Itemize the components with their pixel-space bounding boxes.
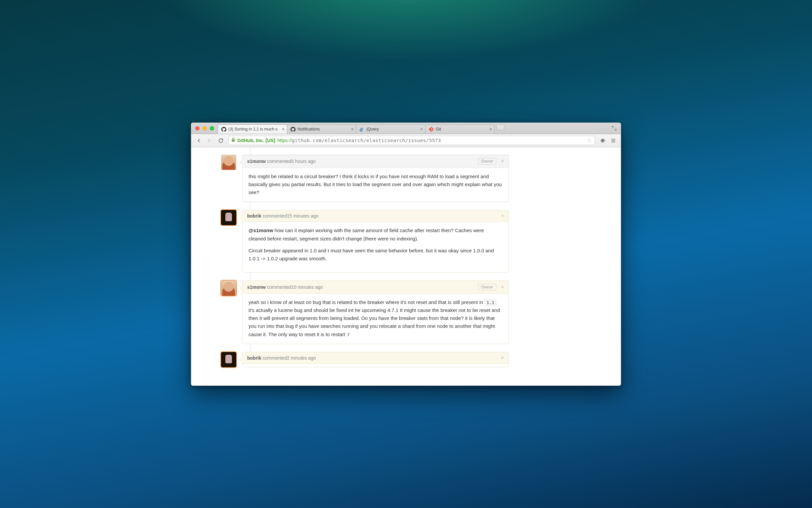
jquery-favicon-icon (360, 127, 365, 132)
tab-title: Notifications (297, 127, 320, 131)
issue-comment: bobrikcommented 15 minutes ago×@s1monw h… (221, 210, 509, 272)
commented-label: commented (267, 159, 291, 164)
comment-author[interactable]: s1monw (247, 285, 266, 290)
browser-tab[interactable]: jQuery× (356, 125, 426, 134)
back-button[interactable] (195, 136, 203, 145)
comment-timestamp[interactable]: 5 hours ago (291, 159, 316, 164)
comment-header: bobrikcommented 2 minutes ago× (243, 352, 509, 364)
comment-author[interactable]: bobrik (247, 213, 261, 219)
commented-label: commented (263, 213, 287, 219)
ev-cert-label: GitHub, Inc. [US] (237, 138, 275, 143)
comment-body: this might be related to a circuit break… (243, 168, 509, 202)
browser-tab[interactable]: Git× (425, 125, 495, 134)
close-tab-icon[interactable]: × (420, 127, 423, 131)
github-favicon-icon (221, 127, 226, 132)
comment-timestamp[interactable]: 10 minutes ago (291, 285, 323, 290)
window-controls (195, 126, 214, 130)
close-tab-icon[interactable]: × (489, 127, 492, 131)
bookmark-star-icon[interactable]: ☆ (587, 137, 592, 144)
comment-timestamp[interactable]: 15 minutes ago (287, 213, 319, 219)
enter-fullscreen-button[interactable] (612, 126, 617, 131)
comment-bubble: bobrikcommented 2 minutes ago× (242, 352, 509, 367)
lock-icon (231, 138, 235, 143)
issue-comment: s1monwcommented 5 hours agoOwner×this mi… (221, 155, 509, 202)
extensions-button[interactable] (598, 136, 607, 145)
avatar[interactable] (221, 281, 236, 296)
comment-timestamp[interactable]: 2 minutes ago (287, 355, 316, 361)
delete-comment-icon[interactable]: × (501, 213, 504, 219)
page-content: s1monwcommented 5 hours agoOwner×this mi… (191, 147, 621, 385)
zoom-window-button[interactable] (210, 126, 214, 130)
delete-comment-icon[interactable]: × (501, 159, 504, 164)
browser-window: (3) Sorting in 1.1 is much s×Notificatio… (191, 123, 621, 386)
browser-tab[interactable]: (3) Sorting in 1.1 is much s× (218, 125, 287, 134)
new-tab-button[interactable] (496, 125, 504, 130)
comment-header: s1monwcommented 5 hours agoOwner× (243, 155, 509, 168)
reload-button[interactable] (217, 136, 225, 145)
git-favicon-icon (429, 127, 434, 132)
tab-strip: (3) Sorting in 1.1 is much s×Notificatio… (191, 123, 621, 134)
issue-comment: s1monwcommented 10 minutes agoOwner×yeah… (221, 281, 509, 344)
minimize-window-button[interactable] (202, 126, 207, 130)
tab-title: jQuery (367, 127, 379, 131)
close-window-button[interactable] (195, 126, 199, 130)
comment-bubble: s1monwcommented 5 hours agoOwner×this mi… (242, 155, 509, 202)
avatar[interactable] (221, 352, 236, 367)
avatar[interactable] (221, 155, 236, 170)
comment-body: yeah so I know of at least on bug that i… (243, 294, 509, 344)
browser-toolbar: GitHub, Inc. [US] https://github.com/ela… (191, 134, 621, 147)
owner-badge: Owner (478, 284, 496, 290)
menu-button[interactable] (609, 136, 617, 145)
comment-header: bobrikcommented 15 minutes ago× (243, 210, 509, 222)
avatar[interactable] (221, 210, 236, 225)
comment-bubble: bobrikcommented 15 minutes ago×@s1monw h… (242, 210, 509, 272)
delete-comment-icon[interactable]: × (501, 285, 504, 290)
delete-comment-icon[interactable]: × (501, 355, 504, 361)
forward-button[interactable] (204, 136, 213, 145)
comment-header: s1monwcommented 10 minutes agoOwner× (243, 281, 509, 294)
issue-comment: bobrikcommented 2 minutes ago× (221, 352, 509, 367)
comment-bubble: s1monwcommented 10 minutes agoOwner×yeah… (242, 281, 509, 344)
address-bar[interactable]: GitHub, Inc. [US] https://github.com/ela… (228, 136, 595, 145)
comment-body: @s1monw how can it explain working with … (243, 222, 509, 272)
commented-label: commented (267, 285, 291, 290)
close-tab-icon[interactable]: × (282, 127, 285, 131)
url-text: https://github.com/elasticsearch/elastic… (277, 138, 441, 143)
tab-title: Git (436, 127, 441, 131)
github-favicon-icon (290, 127, 295, 132)
issue-comment-thread: s1monwcommented 5 hours agoOwner×this mi… (221, 147, 509, 368)
tab-title: (3) Sorting in 1.1 is much s (228, 127, 278, 131)
browser-tab[interactable]: Notifications× (287, 125, 356, 134)
comment-author[interactable]: s1monw (247, 159, 266, 164)
comment-author[interactable]: bobrik (247, 355, 261, 361)
close-tab-icon[interactable]: × (351, 127, 354, 131)
commented-label: commented (263, 355, 287, 361)
svg-rect-0 (232, 139, 235, 142)
owner-badge: Owner (478, 158, 496, 165)
